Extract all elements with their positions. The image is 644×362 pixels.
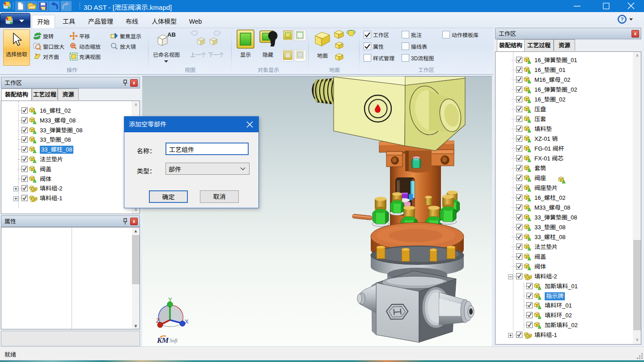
svg-text:X: X: [185, 318, 189, 325]
svg-text:AB: AB: [167, 31, 176, 38]
svg-text:KM: KM: [157, 336, 169, 345]
svg-text:?: ?: [621, 17, 624, 22]
svg-text:Z: Z: [156, 317, 160, 324]
svg-text:Y: Y: [168, 296, 172, 303]
svg-text:Soft: Soft: [169, 338, 178, 344]
